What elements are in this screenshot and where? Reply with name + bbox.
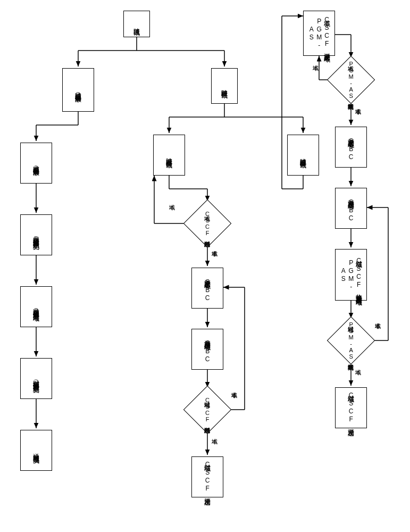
decision-gim-1-text: 本域PGM-AS群组域判断 [334, 56, 368, 103]
decision-gim-1: 本域PGM-AS群组域判断 [334, 63, 368, 97]
node-gim: 跨域群组即时通讯 [287, 135, 319, 176]
node-gc-step1: 保存群组创建（解散）组织文档 [20, 214, 52, 255]
decision-gim-2-text: 对端域PGM-AS群组域判断 [334, 317, 368, 364]
node-gim-nl1: 消息发送至对端SBC [335, 188, 367, 229]
node-group-create: 跨域群组创建（解散） [62, 68, 94, 112]
node-p2p: 跨域点对点即时通讯 [153, 135, 185, 176]
node-p2p-final: 对端域CSCF消息发送 [191, 456, 223, 497]
node-gc-step4: 通知跨域群组成员 [20, 430, 52, 471]
node-root: 跨域通讯 [123, 11, 150, 37]
decision-gim-2: 对端域PGM-AS群组域判断 [334, 323, 368, 358]
node-gc-step0: 本域群组创建（解散） [20, 143, 52, 184]
decision-p2p-2-text: 对端域CSCF消息域判断 [190, 387, 224, 432]
node-gim-final: 对端域CSCF消息发送 [335, 387, 367, 428]
node-gc-step3: 对端域创建（解散）群组文档 [20, 358, 52, 399]
node-p2p-step1: 消息发送至对端域SBC [191, 329, 223, 370]
node-gim-step1: 本域CSCF消息发送至本域PGM-AS [303, 11, 335, 56]
node-im: 跨域即时通讯 [211, 68, 238, 104]
decision-p2p-2: 对端域CSCF消息域判断 [190, 393, 224, 427]
node-gim-nl0: 消息发送至本域SBC [335, 127, 367, 168]
decision-p2p-1-text: 本域CSCF消息域判断 [190, 201, 224, 246]
node-p2p-step0: 消息发送至本域SBC [191, 268, 223, 309]
node-gim-nl2: 对端域CSCF接收消息后发送至对端域PGM-AS [335, 249, 367, 301]
decision-p2p-1: 本域CSCF消息域判断 [190, 206, 224, 240]
node-gc-step2: 发送群组创建（解散）至对端域 [20, 286, 52, 327]
